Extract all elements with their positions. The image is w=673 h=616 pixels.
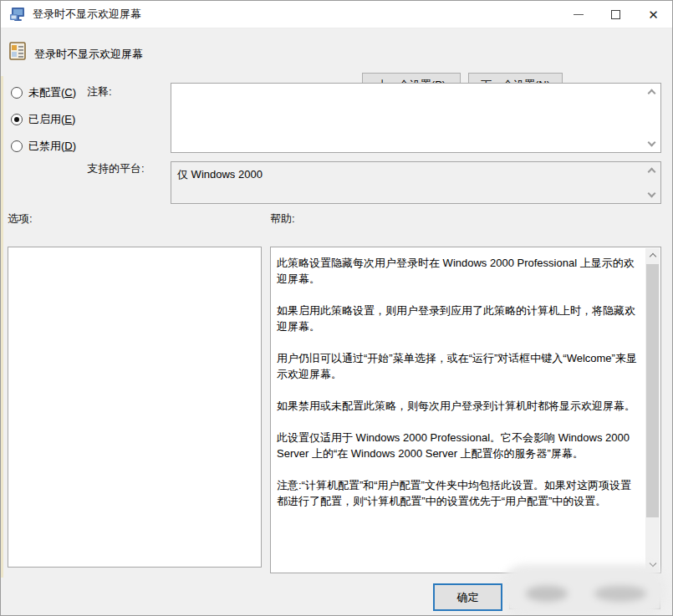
chevron-down-icon[interactable] (649, 140, 657, 148)
left-edge-artifact (1, 76, 3, 578)
window-controls: ✕ (559, 1, 672, 28)
help-scrollbar[interactable] (645, 248, 660, 572)
scrollbar-thumb[interactable] (646, 264, 659, 517)
close-button[interactable]: ✕ (635, 1, 672, 28)
censored-region (500, 564, 667, 616)
help-pane[interactable]: 此策略设置隐藏每次用户登录时在 Windows 2000 Professiona… (270, 247, 661, 573)
radio-label: 已启用(E) (28, 112, 75, 127)
help-label: 帮助: (270, 211, 295, 227)
radio-label: 未配置(C) (28, 85, 76, 100)
chevron-up-icon[interactable] (649, 88, 657, 96)
help-paragraph: 此策略设置隐藏每次用户登录时在 Windows 2000 Professiona… (277, 255, 639, 287)
help-paragraph: 如果启用此策略设置，则用户登录到应用了此策略的计算机上时，将隐藏欢迎屏幕。 (277, 303, 639, 334)
radio-not-configured[interactable]: 未配置(C) (11, 85, 76, 100)
radio-circle (11, 87, 23, 99)
comment-textarea[interactable] (171, 83, 661, 153)
help-paragraph: 注意:“计算机配置”和“用户配置”文件夹中均包括此设置。如果对这两项设置都进行了… (277, 477, 639, 509)
policy-header: 登录时不显示欢迎屏幕 上一个设置(P) 下一个设置(N) (1, 29, 672, 76)
policy-title: 登录时不显示欢迎屏幕 (34, 47, 143, 62)
maximize-button[interactable] (597, 1, 635, 28)
options-label: 选项: (8, 211, 33, 227)
help-paragraph: 此设置仅适用于 Windows 2000 Professional。它不会影响 … (277, 430, 639, 461)
policy-setting-dialog: 登录时不显示欢迎屏幕 ✕ 登录时不显示欢迎屏幕 上一个设置(P) 下一个设置(N… (0, 0, 673, 616)
radio-disabled[interactable]: 已禁用(D) (11, 139, 76, 154)
supported-on-box: 仅 Windows 2000 (171, 161, 661, 204)
minimize-button[interactable] (559, 1, 597, 28)
help-paragraph: 用户仍旧可以通过“开始”菜单选择，或在“运行”对话框中键入“Welcome”来显… (277, 350, 639, 382)
policy-setting-icon (9, 42, 26, 60)
comment-label: 注释: (87, 84, 112, 99)
supported-on-value: 仅 Windows 2000 (177, 168, 263, 181)
help-paragraph: 如果禁用或未配置此策略，则每次用户登录到计算机时都将显示欢迎屏幕。 (277, 398, 639, 414)
scroll-up-icon[interactable] (645, 248, 660, 262)
options-pane (8, 247, 262, 568)
title-bar[interactable]: 登录时不显示欢迎屏幕 ✕ (1, 1, 672, 28)
radio-enabled[interactable]: 已启用(E) (11, 112, 75, 127)
computer-icon (10, 7, 26, 22)
window-title: 登录时不显示欢迎屏幕 (33, 7, 141, 22)
supported-on-label: 支持的平台: (87, 161, 145, 176)
ok-button[interactable]: 确定 (435, 585, 501, 609)
chevron-up-icon[interactable] (649, 166, 657, 175)
chevron-down-icon[interactable] (649, 191, 657, 199)
radio-label: 已禁用(D) (28, 139, 76, 154)
radio-circle (11, 140, 23, 152)
radio-circle (11, 114, 23, 125)
